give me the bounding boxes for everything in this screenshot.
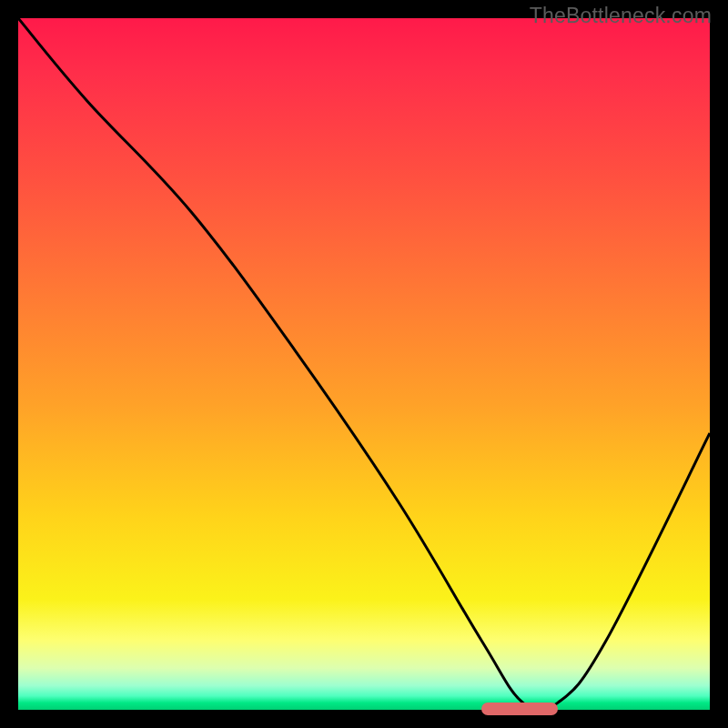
optimal-range-marker (481, 703, 558, 715)
bottleneck-curve (18, 18, 710, 710)
chart-frame: TheBottleneck.com (0, 0, 728, 728)
plot-area (18, 18, 710, 710)
watermark-text: TheBottleneck.com (530, 4, 712, 28)
curve-path (18, 18, 710, 710)
